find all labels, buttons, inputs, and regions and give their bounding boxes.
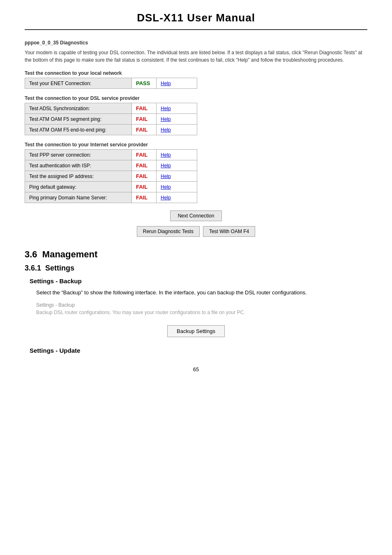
test-label: Test authentication with ISP: <box>25 160 132 171</box>
settings-backup-body: Select the “Backup” to show the followin… <box>25 289 367 297</box>
backup-button-row: Backup Settings <box>25 325 367 337</box>
help-link-cell[interactable]: Help <box>157 103 197 114</box>
settings-backup-label: Settings - Backup <box>36 302 367 308</box>
isp-section-label: Test the connection to your Internet ser… <box>25 142 367 148</box>
section-361-heading: 3.6.1 Settings <box>25 264 367 273</box>
diagnostics-section: pppoe_0_0_35 Diagnostics Your modem is c… <box>25 40 367 237</box>
section-36: 3.6 Management 3.6.1 Settings Settings -… <box>25 249 367 354</box>
settings-backup-desc: Backup DSL router configurations. You ma… <box>36 310 367 315</box>
help-link-cell[interactable]: Help <box>157 78 197 89</box>
table-row: Ping primary Domain Name Server: FAIL He… <box>25 192 197 203</box>
buttons-area: Next Connection Rerun Diagnostic Tests T… <box>25 210 367 237</box>
test-label: Test your ENET Connection: <box>25 78 132 89</box>
test-label: Test ATM OAM F5 segment ping: <box>25 114 132 125</box>
test-status: FAIL <box>132 150 157 160</box>
table-row: Test your ENET Connection: PASS Help <box>25 78 197 89</box>
local-network-label: Test the connection to your local networ… <box>25 70 367 76</box>
table-row: Test authentication with ISP: FAIL Help <box>25 160 197 171</box>
test-status: FAIL <box>132 160 157 171</box>
help-link[interactable]: Help <box>161 127 171 133</box>
help-link[interactable]: Help <box>161 116 171 122</box>
test-label: Test ADSL Synchronization: <box>25 103 132 114</box>
test-oam-button[interactable]: Test With OAM F4 <box>203 226 255 237</box>
test-status: FAIL <box>132 125 157 135</box>
dsl-table: Test ADSL Synchronization: FAIL Help Tes… <box>25 103 197 135</box>
help-link[interactable]: Help <box>161 195 171 201</box>
rerun-button[interactable]: Rerun Diagnostic Tests <box>137 226 200 237</box>
settings-update-heading: Settings - Update <box>25 347 367 354</box>
section-36-heading: 3.6 Management <box>25 249 367 260</box>
local-network-table: Test your ENET Connection: PASS Help <box>25 78 197 89</box>
help-link-cell[interactable]: Help <box>157 114 197 125</box>
help-link[interactable]: Help <box>161 184 171 190</box>
settings-backup-heading: Settings - Backup <box>25 278 367 284</box>
page-header: DSL-X11 User Manual <box>25 0 367 30</box>
test-status: FAIL <box>132 114 157 125</box>
diag-intro: Your modem is capable of testing your DS… <box>25 49 367 64</box>
next-connection-button[interactable]: Next Connection <box>170 210 222 221</box>
help-link[interactable]: Help <box>161 106 171 111</box>
table-row: Test ATM OAM F5 segment ping: FAIL Help <box>25 114 197 125</box>
diag-page-label: pppoe_0_0_35 Diagnostics <box>25 40 367 46</box>
table-row: Test ADSL Synchronization: FAIL Help <box>25 103 197 114</box>
bottom-buttons: Rerun Diagnostic Tests Test With OAM F4 <box>137 226 256 237</box>
isp-table: Test PPP server connection: FAIL Help Te… <box>25 149 197 203</box>
table-row: Ping default gateway: FAIL Help <box>25 182 197 192</box>
test-status: FAIL <box>132 192 157 203</box>
help-link-cell[interactable]: Help <box>157 160 197 171</box>
table-row: Test the assigned IP address: FAIL Help <box>25 171 197 182</box>
test-status: PASS <box>132 78 157 89</box>
test-status: FAIL <box>132 182 157 192</box>
table-row: Test PPP server connection: FAIL Help <box>25 150 197 160</box>
dsl-section-label: Test the connection to your DSL service … <box>25 95 367 101</box>
help-link-cell[interactable]: Help <box>157 182 197 192</box>
help-link[interactable]: Help <box>161 81 171 86</box>
backup-settings-button[interactable]: Backup Settings <box>167 325 225 337</box>
help-link[interactable]: Help <box>161 152 171 158</box>
test-status: FAIL <box>132 103 157 114</box>
help-link[interactable]: Help <box>161 173 171 179</box>
page-number: 65 <box>25 366 367 372</box>
test-label: Test the assigned IP address: <box>25 171 132 182</box>
test-label: Test ATM OAM F5 end-to-end ping: <box>25 125 132 135</box>
test-label: Ping primary Domain Name Server: <box>25 192 132 203</box>
help-link-cell[interactable]: Help <box>157 125 197 135</box>
help-link-cell[interactable]: Help <box>157 192 197 203</box>
table-row: Test ATM OAM F5 end-to-end ping: FAIL He… <box>25 125 197 135</box>
test-label: Test PPP server connection: <box>25 150 132 160</box>
test-label: Ping default gateway: <box>25 182 132 192</box>
page-title: DSL-X11 User Manual <box>25 12 367 24</box>
help-link-cell[interactable]: Help <box>157 150 197 160</box>
help-link-cell[interactable]: Help <box>157 171 197 182</box>
help-link[interactable]: Help <box>161 163 171 169</box>
test-status: FAIL <box>132 171 157 182</box>
